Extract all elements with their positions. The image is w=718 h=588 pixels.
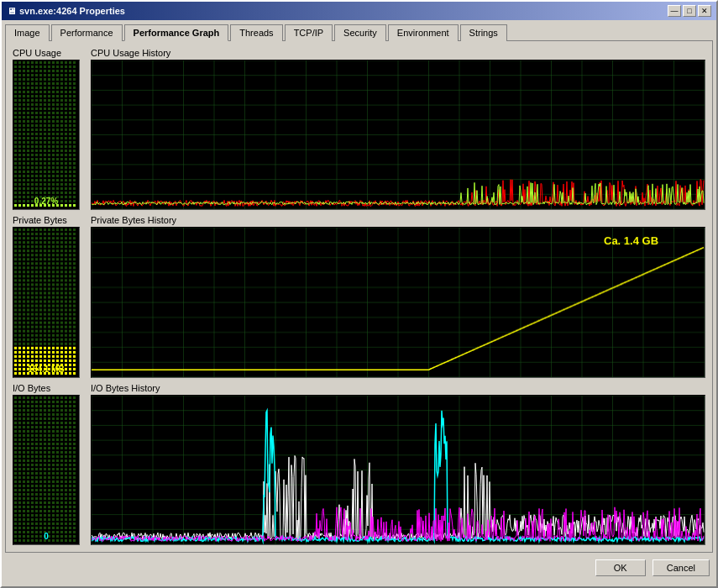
minimize-button[interactable]: — (668, 5, 681, 17)
tab-tcpip[interactable]: TCP/IP (285, 24, 333, 41)
io-value: 0 (44, 532, 49, 541)
title-bar-text: 🖥 svn.exe:4264 Properties (7, 6, 125, 16)
io-chart-canvas (92, 396, 705, 544)
private-chart-canvas (92, 228, 705, 376)
private-value: 184.1 MB (28, 365, 64, 374)
tab-environment[interactable]: Environment (388, 24, 459, 41)
cpu-value: 0.27% (34, 197, 58, 206)
io-gauge: 0 (13, 395, 80, 545)
main-window: 🖥 svn.exe:4264 Properties — □ ✕ Image Pe… (0, 0, 718, 588)
bottom-bar: OK Cancel (2, 556, 716, 580)
io-gauge-label: I/O Bytes (13, 383, 84, 393)
maximize-button[interactable]: □ (683, 5, 696, 17)
private-row: Private Bytes 184.1 MB Private Bytes His… (13, 215, 705, 377)
close-button[interactable]: ✕ (698, 5, 711, 17)
cancel-button[interactable]: Cancel (652, 559, 710, 576)
cpu-graph-title: CPU Usage History (91, 48, 705, 58)
cpu-gauge: 0.27% (13, 60, 80, 210)
private-graph-area: Private Bytes History (91, 215, 705, 377)
private-graph-title: Private Bytes History (91, 215, 705, 225)
ok-button[interactable]: OK (595, 559, 646, 576)
tab-strings[interactable]: Strings (460, 24, 507, 41)
tab-content: CPU Usage 0.27% CPU Usage History Privat (5, 40, 713, 553)
cpu-graph-area: CPU Usage History (91, 48, 705, 210)
tab-performance[interactable]: Performance (51, 24, 123, 41)
io-row: I/O Bytes 0 I/O Bytes History (13, 383, 705, 545)
cpu-gauge-canvas (13, 60, 79, 209)
main-content: CPU Usage 0.27% CPU Usage History Privat (13, 48, 705, 545)
private-gauge: 184.1 MB (13, 227, 80, 377)
io-gauge-canvas (13, 396, 79, 544)
io-graph-area: I/O Bytes History (91, 383, 705, 545)
cpu-gauge-label: CPU Usage (13, 48, 84, 58)
private-gauge-label: Private Bytes (13, 215, 84, 225)
tab-security[interactable]: Security (334, 24, 386, 41)
cpu-graph (91, 60, 705, 210)
io-graph (91, 395, 705, 545)
cpu-row: CPU Usage 0.27% CPU Usage History (13, 48, 705, 210)
cpu-chart-canvas (92, 60, 705, 209)
tab-performance-graph[interactable]: Performance Graph (124, 24, 229, 41)
private-graph (91, 227, 705, 377)
window-icon: 🖥 (7, 6, 16, 16)
title-bar-controls: — □ ✕ (668, 5, 711, 17)
private-gauge-canvas (13, 228, 79, 376)
tab-bar: Image Performance Performance Graph Thre… (2, 20, 716, 40)
tab-threads[interactable]: Threads (230, 24, 282, 41)
io-graph-title: I/O Bytes History (91, 383, 705, 393)
tab-image[interactable]: Image (5, 24, 50, 41)
title-bar: 🖥 svn.exe:4264 Properties — □ ✕ (2, 2, 716, 20)
